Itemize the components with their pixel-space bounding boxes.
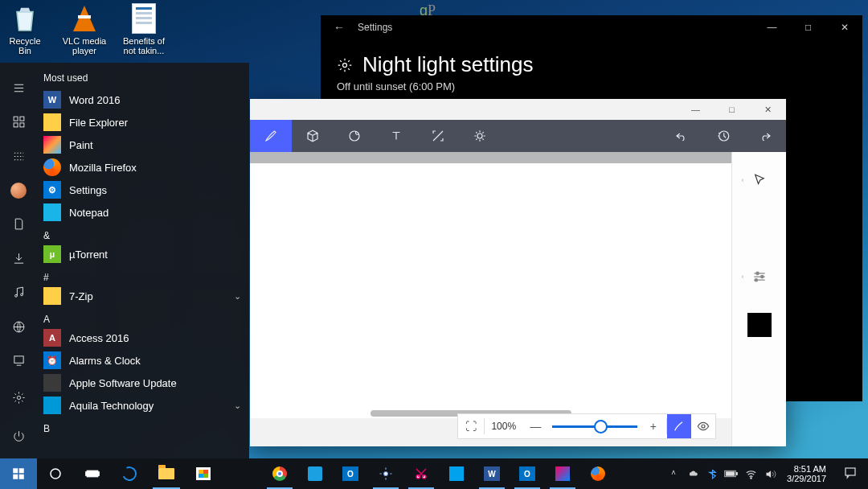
3d-tool[interactable] bbox=[292, 120, 334, 152]
music-icon[interactable] bbox=[0, 284, 37, 302]
minimize-button[interactable]: — bbox=[678, 99, 714, 120]
taskbar-edge[interactable] bbox=[111, 458, 148, 489]
chevron-down-icon: ⌄ bbox=[234, 291, 241, 302]
start-menu: Most used WWord 2016 File Explorer Paint… bbox=[0, 63, 249, 458]
fit-screen-button[interactable]: ⛶ bbox=[458, 420, 484, 433]
close-button[interactable]: ✕ bbox=[750, 99, 786, 120]
brush-tool[interactable] bbox=[250, 120, 292, 152]
desktop-icons-row: Recycle Bin VLC media player Benefits of… bbox=[2, 2, 166, 55]
tray-battery-icon[interactable] bbox=[724, 458, 739, 489]
app-access[interactable]: AAccess 2016 bbox=[37, 327, 249, 349]
taskbar-app3[interactable] bbox=[439, 458, 474, 489]
zoom-value: 100% bbox=[485, 421, 523, 432]
app-apple-update[interactable]: Apple Software Update bbox=[37, 372, 249, 394]
undo-button[interactable] bbox=[661, 120, 702, 152]
clock-date: 3/29/2017 bbox=[787, 474, 826, 483]
app-7zip[interactable]: 7-Zip⌄ bbox=[37, 285, 249, 307]
svg-point-25 bbox=[384, 472, 388, 476]
letter-b[interactable]: B bbox=[37, 417, 249, 436]
tray-volume-icon[interactable] bbox=[763, 458, 777, 489]
power-icon[interactable] bbox=[0, 425, 37, 447]
text-tool[interactable] bbox=[375, 120, 417, 152]
taskbar-app1[interactable] bbox=[297, 458, 333, 489]
taskbar-word[interactable]: W bbox=[474, 458, 510, 489]
redo-button[interactable] bbox=[744, 120, 786, 152]
zoom-in-button[interactable]: + bbox=[641, 420, 666, 433]
taskbar-outlook[interactable]: O bbox=[333, 458, 368, 489]
svg-rect-15 bbox=[14, 356, 23, 364]
svg-point-7 bbox=[702, 425, 705, 428]
app-notepad[interactable]: Notepad bbox=[37, 201, 249, 224]
color-swatch[interactable] bbox=[739, 305, 780, 345]
downloads-icon[interactable] bbox=[0, 249, 37, 267]
app-file-explorer[interactable]: File Explorer bbox=[37, 111, 249, 134]
start-button[interactable] bbox=[0, 458, 37, 489]
taskbar-settings[interactable] bbox=[368, 458, 403, 489]
settings-title-label: Settings bbox=[358, 22, 392, 33]
view-mode-button[interactable] bbox=[691, 414, 715, 438]
taskbar-snip[interactable] bbox=[403, 458, 439, 489]
taskbar-paint3d[interactable] bbox=[545, 458, 580, 489]
taskbar-firefox[interactable] bbox=[580, 458, 616, 489]
start-app-list[interactable]: Most used WWord 2016 File Explorer Paint… bbox=[37, 63, 249, 458]
close-button[interactable]: ✕ bbox=[826, 15, 862, 39]
effects-tool[interactable] bbox=[459, 120, 501, 152]
zoom-slider[interactable] bbox=[552, 425, 637, 428]
app-word[interactable]: WWord 2016 bbox=[37, 88, 249, 111]
network-icon[interactable] bbox=[0, 318, 37, 335]
app-settings[interactable]: ⚙Settings bbox=[37, 179, 249, 201]
tiles-icon[interactable] bbox=[0, 113, 37, 130]
vlc-label: VLC media player bbox=[63, 36, 106, 55]
history-button[interactable] bbox=[702, 120, 744, 152]
all-apps-icon[interactable] bbox=[0, 147, 37, 165]
app-alarms[interactable]: ⏰Alarms & Clock bbox=[37, 349, 249, 372]
paint3d-titlebar[interactable]: — □ ✕ bbox=[250, 99, 786, 120]
tray-wifi-icon[interactable] bbox=[743, 458, 758, 489]
letter-amp[interactable]: & bbox=[37, 224, 249, 243]
taskbar-clock[interactable]: 8:51 AM 3/29/2017 bbox=[782, 464, 831, 483]
sticker-tool[interactable] bbox=[334, 120, 375, 152]
svg-rect-23 bbox=[86, 472, 88, 476]
document-shortcut-icon[interactable]: Benefits of not takin... bbox=[121, 2, 166, 55]
tray-bluetooth-icon[interactable] bbox=[705, 458, 719, 489]
marker-tool[interactable] bbox=[739, 208, 780, 249]
app-firefox[interactable]: Mozilla Firefox bbox=[37, 156, 249, 179]
svg-rect-10 bbox=[14, 123, 18, 127]
adjust-tool[interactable]: ‹ bbox=[739, 257, 780, 297]
settings-titlebar[interactable]: ← Settings — □ ✕ bbox=[321, 15, 862, 39]
tray-chevron-icon[interactable]: ＾ bbox=[666, 458, 681, 489]
maximize-button[interactable]: □ bbox=[790, 15, 826, 39]
cursor-tool[interactable]: ‹ bbox=[739, 160, 780, 200]
cortana-button[interactable] bbox=[37, 458, 74, 489]
taskbar: O W O ＾ 8:51 AM 3/29/2017 bbox=[0, 458, 868, 489]
app-paint[interactable]: Paint bbox=[37, 134, 249, 156]
app-aquila[interactable]: Aquila Technology⌄ bbox=[37, 394, 249, 417]
taskview-button[interactable] bbox=[74, 458, 111, 489]
minimize-button[interactable]: — bbox=[754, 15, 790, 39]
app-utorrent[interactable]: µµTorrent bbox=[37, 243, 249, 265]
zoom-out-button[interactable]: — bbox=[523, 420, 549, 433]
vlc-icon[interactable]: VLC media player bbox=[62, 2, 107, 55]
taskbar-outlook2[interactable]: O bbox=[510, 458, 545, 489]
taskbar-explorer[interactable] bbox=[148, 458, 185, 489]
back-button[interactable]: ← bbox=[321, 21, 358, 34]
hamburger-icon[interactable] bbox=[0, 79, 37, 97]
canvas-tool[interactable] bbox=[417, 120, 459, 152]
taskbar-chrome[interactable] bbox=[262, 458, 297, 489]
clock-time: 8:51 AM bbox=[787, 464, 826, 474]
settings-icon[interactable] bbox=[0, 386, 37, 409]
svg-point-2 bbox=[477, 134, 482, 138]
svg-point-13 bbox=[20, 294, 23, 296]
action-center-button[interactable] bbox=[836, 466, 865, 482]
letter-a[interactable]: A bbox=[37, 307, 249, 327]
letter-hash[interactable]: # bbox=[37, 265, 249, 285]
recycle-bin-icon[interactable]: Recycle Bin bbox=[2, 2, 47, 55]
tray-onedrive-icon[interactable] bbox=[686, 458, 700, 489]
paint-canvas[interactable] bbox=[250, 163, 731, 418]
documents-icon[interactable] bbox=[0, 216, 37, 233]
edit-mode-button[interactable] bbox=[667, 414, 691, 438]
maximize-button[interactable]: □ bbox=[714, 99, 750, 120]
user-avatar[interactable] bbox=[0, 181, 37, 199]
personalize-icon[interactable] bbox=[0, 352, 37, 370]
taskbar-store[interactable] bbox=[185, 458, 222, 489]
